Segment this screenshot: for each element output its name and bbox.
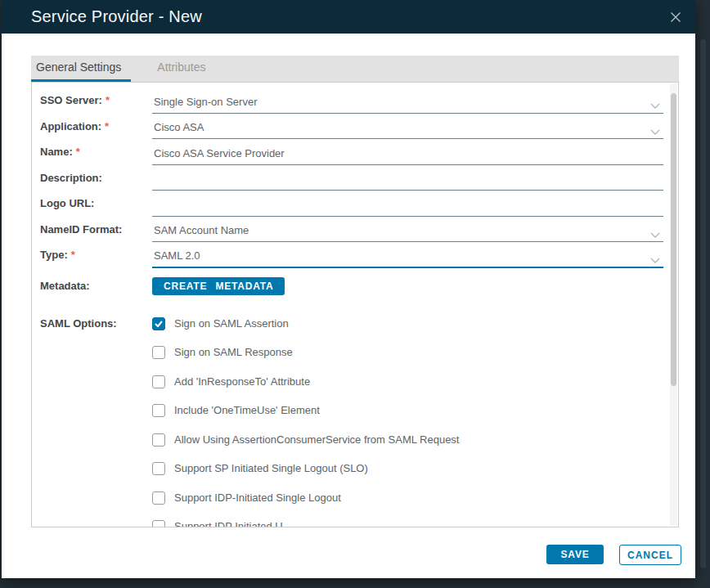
field-row-application: Application:* Cisco ASA xyxy=(40,114,663,140)
scrollbar-thumb[interactable] xyxy=(671,93,676,386)
background-scrollbar xyxy=(700,39,706,568)
required-asterisk: * xyxy=(71,249,75,261)
checkbox[interactable] xyxy=(152,462,165,475)
type-select[interactable]: SAML 2.0 xyxy=(152,242,663,268)
form: SSO Server:* Single Sign-on Server Appli… xyxy=(32,83,678,527)
application-select[interactable]: Cisco ASA xyxy=(152,114,663,140)
field-label: Name:* xyxy=(40,146,152,158)
field-row-saml-options: SAML Options: Sign on SAML Assertion Sig… xyxy=(40,316,663,528)
field-row-sso-server: SSO Server:* Single Sign-on Server xyxy=(40,88,663,114)
field-label: SSO Server:* xyxy=(40,94,152,106)
tab-attributes[interactable]: Attributes xyxy=(151,56,212,82)
dialog-header: Service Provider - New xyxy=(2,0,695,34)
checkbox[interactable] xyxy=(152,346,165,359)
save-button[interactable]: SAVE xyxy=(546,545,604,564)
required-asterisk: * xyxy=(76,146,80,158)
checkbox-include-onetimeuse-element[interactable]: Include 'OneTimeUse' Element xyxy=(152,403,663,433)
required-asterisk: * xyxy=(105,120,109,132)
checkbox[interactable] xyxy=(152,520,165,527)
vertical-scrollbar[interactable] xyxy=(670,83,677,526)
field-row-type: Type:* SAML 2.0 xyxy=(40,242,663,268)
checkmark-icon xyxy=(154,319,164,329)
tab-general-settings[interactable]: General Settings xyxy=(31,56,131,82)
checkbox[interactable] xyxy=(152,404,165,417)
required-asterisk: * xyxy=(106,94,110,106)
field-row-logo-url: Logo URL:* xyxy=(40,191,663,217)
chevron-down-icon xyxy=(650,98,660,113)
checkbox[interactable] xyxy=(152,491,165,505)
field-label: Type:* xyxy=(40,249,152,261)
name-input[interactable]: Cisco ASA Service Provider xyxy=(152,139,663,165)
dialog-title: Service Provider - New xyxy=(31,7,202,26)
checkbox[interactable] xyxy=(152,375,165,388)
field-label: NameID Format:* xyxy=(40,223,152,236)
field-row-nameid-format: NameID Format:* SAM Account Name xyxy=(40,217,663,243)
sso-server-select[interactable]: Single Sign-on Server xyxy=(152,88,663,114)
close-icon[interactable] xyxy=(666,7,685,27)
field-row-name: Name:* Cisco ASA Service Provider xyxy=(40,139,663,165)
field-row-metadata: Metadata:* CREATE METADATA xyxy=(40,268,663,304)
chevron-down-icon xyxy=(650,253,660,267)
tab-bar: General Settings Attributes xyxy=(31,56,679,82)
field-row-description: Description:* xyxy=(40,165,663,191)
logo-url-input[interactable] xyxy=(152,191,663,217)
checkbox-support-idp-initiated-single-logout[interactable]: Support IDP-Initiated Single Logout xyxy=(152,491,663,520)
form-scroll-area: SSO Server:* Single Sign-on Server Appli… xyxy=(31,82,679,527)
field-label: Description:* xyxy=(40,172,152,184)
checkbox-sign-on-saml-assertion[interactable]: Sign on SAML Assertion xyxy=(152,316,663,346)
field-label: Logo URL:* xyxy=(40,197,152,209)
nameid-format-select[interactable]: SAM Account Name xyxy=(152,217,663,243)
service-provider-dialog: Service Provider - New General Settings … xyxy=(2,0,695,578)
checkbox-sign-on-saml-response[interactable]: Sign on SAML Response xyxy=(152,345,663,375)
field-label: Application:* xyxy=(40,120,152,132)
cancel-button[interactable]: CANCEL xyxy=(619,545,681,565)
field-label: Metadata:* xyxy=(40,280,152,292)
chevron-down-icon xyxy=(650,227,660,242)
chevron-down-icon xyxy=(650,124,660,139)
checkbox-support-sp-initiated-single-logout-slo[interactable]: Support SP Initiated Single Logout (SLO) xyxy=(152,461,663,491)
checkbox-support-idp-initiated-u[interactable]: Support IDP Initiated U xyxy=(152,519,663,527)
checkbox-add-inresponseto-attribute[interactable]: Add 'InResponseTo' Attribute xyxy=(152,375,663,404)
create-metadata-button[interactable]: CREATE METADATA xyxy=(152,277,285,295)
description-input[interactable] xyxy=(152,165,663,191)
checkbox[interactable] xyxy=(152,317,165,330)
dialog-footer: SAVE CANCEL xyxy=(2,527,695,578)
checkbox[interactable] xyxy=(152,433,165,447)
field-label: SAML Options: xyxy=(40,316,152,331)
page-background: Service Provider - New General Settings … xyxy=(0,0,710,588)
checkbox-allow-using-assertionconsumerservice-from-saml-request[interactable]: Allow Using AssertionConsumerService fro… xyxy=(152,433,663,462)
